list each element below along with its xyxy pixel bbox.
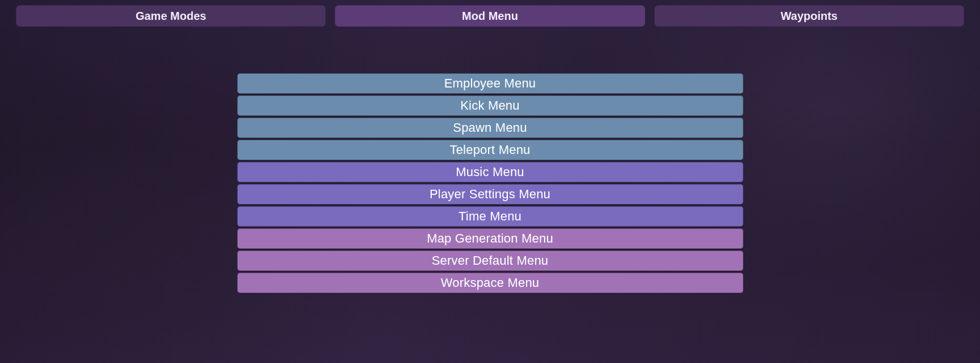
tab-waypoints[interactable]: Waypoints	[654, 5, 964, 27]
menu-item-teleport[interactable]: Teleport Menu	[237, 140, 743, 160]
menu-item-map-generation[interactable]: Map Generation Menu	[237, 228, 743, 249]
tab-mod-menu[interactable]: Mod Menu	[335, 5, 645, 27]
menu-item-server-default[interactable]: Server Default Menu	[237, 251, 743, 271]
menu-item-kick[interactable]: Kick Menu	[237, 95, 743, 116]
mod-menu-list: Employee Menu Kick Menu Spawn Menu Telep…	[237, 73, 743, 293]
menu-item-employee[interactable]: Employee Menu	[237, 73, 743, 94]
menu-item-player-settings[interactable]: Player Settings Menu	[237, 184, 743, 205]
top-tab-bar: Game Modes Mod Menu Waypoints	[0, 0, 980, 27]
menu-item-music[interactable]: Music Menu	[237, 162, 743, 182]
menu-item-workspace[interactable]: Workspace Menu	[237, 273, 743, 293]
menu-item-time[interactable]: Time Menu	[237, 206, 743, 227]
menu-item-spawn[interactable]: Spawn Menu	[237, 118, 743, 138]
tab-game-modes[interactable]: Game Modes	[16, 5, 326, 27]
